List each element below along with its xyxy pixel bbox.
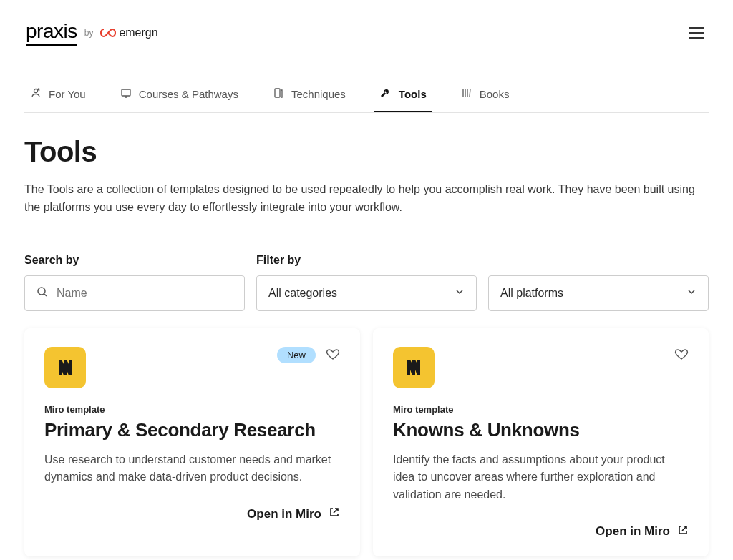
tab-label: Techniques	[291, 88, 346, 100]
tab-label: Courses & Pathways	[139, 88, 238, 100]
chevron-down-icon	[686, 287, 696, 300]
tool-card[interactable]: Miro template Knowns & Unknowns Identify…	[373, 328, 709, 556]
card-subtitle: Miro template	[393, 404, 689, 415]
books-icon	[461, 87, 472, 101]
page-description: The Tools are a collection of templates …	[24, 181, 709, 217]
infinity-icon	[100, 28, 116, 38]
card-subtitle: Miro template	[44, 404, 340, 415]
controls-row: Search by Filter by All categories All p…	[24, 254, 709, 311]
open-in-miro-link[interactable]: Open in Miro	[44, 506, 340, 521]
tools-icon	[380, 87, 392, 101]
tab-tools[interactable]: Tools	[374, 80, 432, 112]
tab-techniques[interactable]: Techniques	[267, 80, 351, 112]
tab-label: For You	[49, 88, 86, 100]
search-group: Search by	[24, 254, 245, 311]
action-label: Open in Miro	[247, 507, 321, 521]
main-content: Tools The Tools are a collection of temp…	[0, 113, 733, 560]
open-in-miro-link[interactable]: Open in Miro	[393, 524, 689, 539]
svg-rect-2	[275, 89, 280, 97]
tab-for-you[interactable]: For You	[24, 80, 92, 112]
tab-label: Books	[480, 88, 510, 100]
category-select[interactable]: All categories	[256, 275, 477, 311]
miro-icon	[393, 347, 435, 388]
logo-group[interactable]: praxis by emergn	[26, 20, 158, 46]
logo-praxis: praxis	[26, 20, 77, 46]
logo-emergn-text: emergn	[119, 26, 157, 39]
search-input-wrap[interactable]	[24, 275, 245, 311]
techniques-icon	[273, 87, 284, 101]
svg-rect-1	[122, 89, 130, 96]
cards-grid: New Miro template Primary & Secondary Re…	[24, 328, 709, 556]
platform-group: All platforms	[488, 254, 709, 311]
tab-label: Tools	[399, 88, 427, 100]
tool-card[interactable]: New Miro template Primary & Secondary Re…	[24, 328, 360, 556]
search-icon	[37, 286, 48, 300]
favorite-button[interactable]	[326, 347, 340, 364]
favorite-button[interactable]	[674, 347, 689, 364]
platform-selected: All platforms	[500, 287, 563, 300]
header: praxis by emergn	[0, 0, 733, 54]
filter-label: Filter by	[256, 254, 477, 267]
external-link-icon	[677, 524, 689, 539]
svg-point-3	[38, 288, 45, 295]
tab-courses[interactable]: Courses & Pathways	[115, 80, 244, 112]
nav-tabs: For You Courses & Pathways Techniques To…	[24, 80, 709, 113]
logo-emergn: emergn	[100, 26, 157, 39]
filter-group: Filter by All categories	[256, 254, 477, 311]
platform-select[interactable]: All platforms	[488, 275, 709, 311]
category-selected: All categories	[268, 287, 337, 300]
new-badge: New	[277, 347, 316, 363]
card-title: Knowns & Unknowns	[393, 419, 689, 441]
search-label: Search by	[24, 254, 245, 267]
card-description: Identify the facts and assumptions about…	[393, 451, 689, 504]
chevron-down-icon	[455, 287, 465, 300]
miro-icon	[44, 347, 86, 388]
courses-icon	[120, 87, 132, 101]
svg-point-0	[34, 89, 38, 93]
action-label: Open in Miro	[596, 524, 670, 539]
tab-books[interactable]: Books	[455, 80, 515, 112]
card-title: Primary & Secondary Research	[44, 419, 340, 441]
menu-button[interactable]	[689, 27, 704, 39]
user-star-icon	[30, 87, 42, 101]
page-title: Tools	[24, 136, 709, 168]
card-description: Use research to understand customer need…	[44, 451, 340, 487]
logo-by-text: by	[84, 28, 94, 38]
search-input[interactable]	[57, 287, 233, 300]
external-link-icon	[329, 506, 340, 521]
platform-label-spacer	[488, 254, 709, 267]
